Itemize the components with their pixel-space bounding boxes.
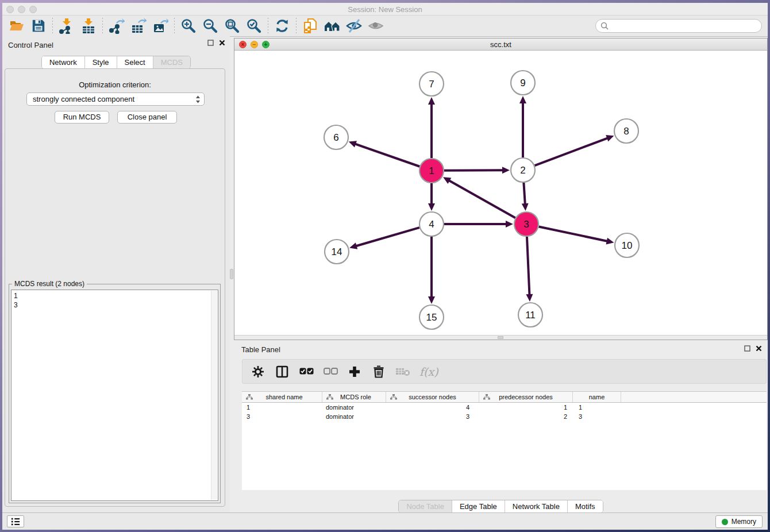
cell-predecessor-nodes[interactable]: 2 (479, 412, 573, 421)
close-panel-icon[interactable] (219, 40, 225, 46)
open-folder-icon (9, 18, 25, 34)
cell-mcds-role[interactable]: dominator (322, 403, 386, 412)
edge-2-3[interactable] (523, 183, 525, 205)
column-label: shared name (265, 394, 302, 400)
table-options-button[interactable] (251, 364, 265, 379)
search-input[interactable] (595, 19, 762, 33)
delete-table-button[interactable] (395, 364, 410, 379)
first-neighbors-button[interactable] (321, 17, 343, 35)
cell-predecessor-nodes[interactable]: 1 (479, 403, 573, 412)
edge-2-8[interactable] (535, 138, 609, 165)
memory-label: Memory (732, 518, 756, 526)
network-window-titlebar: × − + scc.txt (234, 38, 767, 51)
memory-button[interactable]: Memory (715, 515, 763, 528)
cell-shared-name[interactable]: 3 (242, 412, 322, 421)
node-label-14: 14 (332, 246, 342, 257)
import-table-button[interactable] (78, 17, 99, 35)
header-filler (621, 392, 767, 402)
tab-edge-table[interactable]: Edge Table (452, 500, 505, 512)
cell-shared-name[interactable]: 1 (242, 403, 322, 412)
column-header-name[interactable]: name (573, 392, 621, 402)
cell-successor-nodes[interactable]: 3 (386, 412, 479, 421)
save-session-button[interactable] (28, 17, 49, 35)
edge-arrowhead-4-14 (349, 242, 357, 249)
close-panel-button[interactable]: Close panel (117, 111, 177, 124)
trash-icon (373, 365, 384, 378)
column-header-shared-name[interactable]: shared name (242, 392, 322, 402)
export-image-button[interactable] (149, 17, 171, 35)
function-builder-button[interactable]: f(x) (419, 365, 438, 378)
tab-motifs[interactable]: Motifs (567, 500, 603, 512)
close-table-panel-icon[interactable] (756, 345, 762, 352)
edge-3-10[interactable] (539, 227, 608, 241)
deselect-all-columns-button[interactable] (323, 364, 338, 379)
zoom-out-button[interactable] (199, 17, 221, 35)
tab-select[interactable]: Select (117, 56, 153, 68)
delete-table-icon (395, 367, 410, 376)
column-view-button[interactable] (275, 364, 290, 379)
copy-style-button[interactable] (299, 17, 321, 35)
export-table-icon (130, 18, 147, 34)
show-all-button[interactable] (365, 17, 387, 35)
app-window: Session: New Session (2, 3, 768, 530)
unchecked-boxes-icon (324, 368, 338, 375)
tab-network-table[interactable]: Network Table (505, 500, 567, 512)
node-label-1: 1 (429, 165, 434, 176)
cell-name[interactable]: 3 (573, 412, 621, 421)
tab-mcds[interactable]: MCDS (153, 56, 190, 68)
edge-3-1[interactable] (449, 180, 515, 218)
network-window-bottom-edge (234, 335, 767, 340)
select-all-columns-button[interactable] (299, 364, 314, 379)
node-label-6: 6 (333, 132, 338, 143)
task-history-button[interactable] (7, 515, 24, 527)
node-label-11: 11 (525, 310, 536, 321)
toolbar-separator (52, 18, 53, 34)
export-network-button[interactable] (106, 17, 128, 35)
table-panel-tabs: Node Table Edge Table Network Table Moti… (398, 500, 603, 513)
column-header-predecessor-nodes[interactable]: predecessor nodes (479, 392, 573, 402)
gear-icon (252, 365, 264, 378)
table-row[interactable]: 3 dominator 3 2 3 (242, 412, 767, 421)
cell-mcds-role[interactable]: dominator (322, 412, 386, 421)
tab-style[interactable]: Style (84, 56, 117, 68)
zoom-selected-button[interactable] (243, 17, 265, 35)
cell-successor-nodes[interactable]: 4 (386, 403, 479, 412)
network-canvas[interactable]: 7968124314101511 (234, 51, 767, 335)
edge-arrowhead-1-6 (349, 141, 357, 147)
edge-3-11[interactable] (527, 237, 530, 295)
toolbar-separator (296, 18, 297, 34)
mcds-result-text[interactable]: 1 3 (11, 290, 218, 501)
edge-arrowhead-2-3 (522, 203, 529, 211)
float-table-panel-icon[interactable] (744, 345, 750, 352)
vertical-splitter-handle[interactable] (230, 269, 233, 279)
delete-column-button[interactable] (371, 364, 386, 379)
hide-selected-button[interactable] (343, 17, 365, 35)
open-file-button[interactable] (6, 17, 28, 35)
edge-1-2[interactable] (444, 170, 503, 171)
mcds-result-title: MCDS result (2 nodes) (12, 280, 87, 288)
run-mcds-button[interactable]: Run MCDS (55, 111, 109, 124)
criterion-select[interactable]: strongly connected component (26, 92, 205, 106)
column-header-successor-nodes[interactable]: successor nodes (386, 392, 479, 402)
table-panel-title: Table Panel (241, 345, 280, 354)
table-row[interactable]: 1 dominator 4 1 1 (242, 403, 767, 412)
edge-4-14[interactable] (356, 228, 419, 246)
float-panel-icon[interactable] (207, 40, 214, 46)
edge-arrowhead-4-15 (428, 296, 435, 304)
column-label: MCDS role (340, 394, 371, 400)
horizontal-splitter-handle[interactable] (498, 336, 503, 339)
import-network-button[interactable] (56, 17, 78, 35)
refresh-layout-button[interactable] (271, 17, 293, 35)
edge-1-6[interactable] (355, 144, 419, 167)
network-window-title: scc.txt (234, 40, 767, 49)
export-table-button[interactable] (128, 17, 149, 35)
tab-node-table[interactable]: Node Table (399, 500, 452, 512)
cell-name[interactable]: 1 (573, 403, 621, 412)
add-column-button[interactable] (347, 364, 362, 379)
zoom-in-button[interactable] (178, 17, 199, 35)
tab-network[interactable]: Network (42, 56, 84, 68)
result-scrollbar[interactable] (211, 291, 217, 500)
column-header-mcds-role[interactable]: MCDS role (322, 392, 386, 402)
eye-icon (368, 18, 384, 34)
zoom-fit-button[interactable] (221, 17, 243, 35)
